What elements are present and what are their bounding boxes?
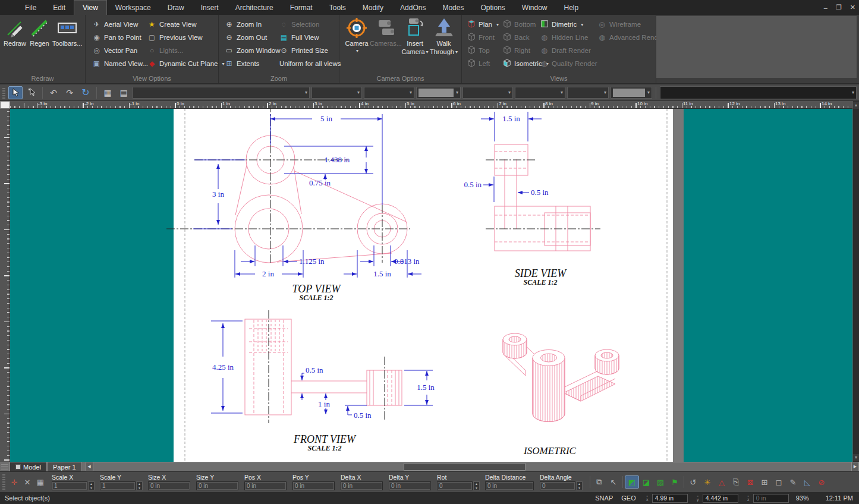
cameras-button[interactable]: Cameras...: [372, 17, 400, 55]
outline-mode-icon[interactable]: ◪: [639, 475, 653, 489]
snap-toggle[interactable]: SNAP: [595, 494, 613, 502]
menu-item[interactable]: AddOns: [392, 0, 434, 15]
toolbar-combo-7[interactable]: ▾: [567, 87, 609, 99]
insert-camera-button[interactable]: Insert Camera▾: [401, 17, 429, 55]
disable-icon[interactable]: ⊘: [814, 475, 829, 489]
select-tool-button[interactable]: [8, 86, 23, 99]
geo-toggle[interactable]: GEO: [621, 494, 635, 502]
property-input[interactable]: 0 in: [341, 481, 383, 490]
pick-arrow-icon[interactable]: ↖: [606, 475, 621, 489]
menu-item[interactable]: Options: [472, 0, 513, 15]
previous-view-button[interactable]: ▢ Previous View: [147, 32, 203, 43]
scroll-left-icon[interactable]: ◀: [86, 462, 93, 471]
property-input[interactable]: 0: [540, 481, 575, 490]
spinner-control[interactable]: ▲▼: [473, 481, 480, 490]
stamp-icon[interactable]: ⎘: [729, 475, 743, 489]
toolbar-combo-4[interactable]: ▾: [416, 87, 461, 99]
plan-view-button[interactable]: Plan ▾: [467, 18, 499, 30]
property-input[interactable]: 0: [437, 481, 473, 490]
delta-icon[interactable]: △: [715, 475, 729, 489]
vertical-scrollbar[interactable]: ▲ ▼: [852, 101, 859, 462]
toolbar-combo-8[interactable]: ▾: [611, 87, 652, 99]
toolbar-combo-1[interactable]: ▾: [133, 87, 310, 99]
top-view-button[interactable]: Top: [467, 45, 490, 56]
fill-mode-icon[interactable]: ◩: [625, 475, 639, 489]
scroll-up-icon[interactable]: ▲: [853, 102, 859, 109]
wireframe-button[interactable]: ◎ Wireframe: [597, 18, 641, 30]
tab-model[interactable]: Model: [10, 462, 47, 471]
scroll-right-icon[interactable]: ▶: [851, 462, 859, 471]
menu-item[interactable]: Edit: [45, 0, 74, 15]
property-input[interactable]: 0 in: [244, 481, 287, 490]
close-icon[interactable]: ✕: [850, 4, 855, 11]
property-input[interactable]: 0 in: [196, 481, 238, 490]
quality-render-button[interactable]: ◍ Quality Render: [540, 58, 597, 70]
toolbars-button[interactable]: Toolbars...: [53, 17, 81, 47]
walk-through-button[interactable]: Walk Through▾: [430, 17, 458, 55]
menu-item[interactable]: Tools: [321, 0, 354, 15]
menu-item[interactable]: Help: [556, 0, 587, 15]
menu-item[interactable]: Modify: [354, 0, 392, 15]
menu-item[interactable]: [0, 0, 17, 15]
zoom-out-button[interactable]: ⊖ Zoom Out: [225, 32, 267, 43]
hatch-mode-icon[interactable]: ▨: [653, 475, 668, 489]
scrollbar-thumb[interactable]: [404, 463, 526, 471]
menu-item[interactable]: Format: [282, 0, 321, 15]
property-input[interactable]: 0 in: [389, 481, 431, 490]
property-input[interactable]: 0 in: [148, 481, 190, 490]
extent-frame-icon[interactable]: ⊞: [757, 475, 772, 489]
flag-mode-icon[interactable]: ⚑: [668, 475, 682, 489]
corner-icon[interactable]: ◺: [800, 475, 814, 489]
regen-button[interactable]: Regen: [29, 17, 51, 47]
menu-item[interactable]: Draw: [159, 0, 193, 15]
draft-render-button[interactable]: ◍ Draft Render: [540, 45, 591, 56]
regen-view-button[interactable]: ↻: [78, 86, 93, 99]
property-input[interactable]: 0 in: [292, 481, 335, 490]
toolbar-grip[interactable]: [2, 87, 5, 99]
command-combo[interactable]: ▾: [660, 86, 857, 99]
toolbar-grip[interactable]: [2, 474, 5, 490]
undo-button[interactable]: ↶: [46, 86, 61, 99]
property-input[interactable]: 1: [100, 481, 136, 490]
y-coordinate-field[interactable]: 4.442 in: [703, 494, 738, 503]
node-select-tool-button[interactable]: [24, 86, 39, 99]
spinner-control[interactable]: ▲▼: [576, 481, 583, 490]
spinner-control[interactable]: ▲▼: [136, 481, 143, 490]
box-icon[interactable]: ◻: [772, 475, 786, 489]
camera-button[interactable]: Camera ▾: [343, 17, 370, 55]
left-view-button[interactable]: Left: [467, 58, 490, 70]
toolbar-combo-5[interactable]: ▾: [462, 87, 513, 99]
uniform-all-views-button[interactable]: Uniform for all views: [279, 58, 341, 70]
minimize-icon[interactable]: –: [824, 4, 827, 11]
deselect-icon[interactable]: ✕: [21, 475, 34, 489]
advanced-render-button[interactable]: ◍ Advanced Render: [597, 32, 664, 43]
tab-paper-1[interactable]: Paper 1: [47, 462, 82, 471]
lights-button[interactable]: ○ Lights...: [147, 45, 183, 56]
toolbar-combo-6[interactable]: ▾: [515, 87, 565, 99]
toolbar-combo-2[interactable]: ▾: [311, 87, 362, 99]
aerial-view-button[interactable]: ✈ Aerial View: [92, 18, 138, 30]
grid-list-icon[interactable]: ▦: [34, 475, 47, 489]
front-view-button[interactable]: Front: [467, 32, 495, 43]
no-frame-icon[interactable]: ⊠: [743, 475, 757, 489]
property-input[interactable]: 0 in: [485, 481, 534, 490]
create-view-button[interactable]: ★ Create View: [147, 18, 196, 30]
dimetric-view-button[interactable]: Dimetric ▾: [540, 18, 583, 30]
magic-select-icon[interactable]: ✛: [8, 475, 21, 489]
layers-button[interactable]: ▤: [117, 86, 131, 99]
back-view-button[interactable]: Back: [502, 32, 530, 43]
table-button[interactable]: ▦: [100, 86, 115, 99]
menu-item[interactable]: Workspace: [107, 0, 159, 15]
tabbar-grip[interactable]: [1, 463, 8, 470]
scroll-down-icon[interactable]: ▼: [853, 454, 859, 461]
edit-frame-icon[interactable]: ✎: [786, 475, 800, 489]
revert-icon[interactable]: ↺: [686, 475, 700, 489]
drawing-canvas[interactable]: 5 in 1.438 in 0.75 in 3 in 1.125 in 2 in…: [10, 109, 852, 462]
named-view-button[interactable]: ▣ Named View...: [92, 58, 148, 70]
restore-icon[interactable]: ❐: [836, 4, 842, 11]
menu-item[interactable]: Window: [514, 0, 556, 15]
toolbar-combo-3[interactable]: ▾: [364, 87, 414, 99]
bottom-view-button[interactable]: Bottom: [502, 18, 536, 30]
horizontal-scrollbar[interactable]: [93, 462, 852, 471]
zoom-window-button[interactable]: ▭ Zoom Window: [225, 45, 281, 56]
